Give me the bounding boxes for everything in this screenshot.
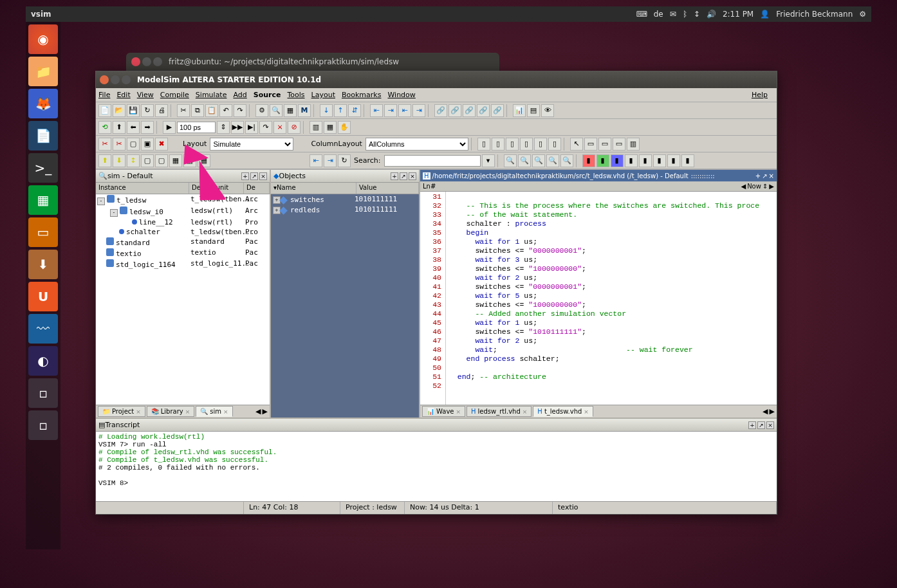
link-icon[interactable]: 🔗	[434, 104, 447, 117]
undock-icon[interactable]: ↗	[757, 421, 765, 429]
step-back-icon[interactable]: ⬅	[127, 121, 140, 134]
tree-row[interactable]: standardstandardPac	[96, 237, 270, 248]
col-de[interactable]: De	[244, 183, 270, 194]
tab-t-ledsw[interactable]: Ht_ledsw.vhd×	[533, 406, 593, 417]
clock[interactable]: 2:11 PM	[723, 10, 754, 19]
tab-project[interactable]: 📁Project×	[98, 406, 145, 417]
findall-icon[interactable]: ▦	[284, 104, 297, 117]
tab-library[interactable]: 📚Library×	[147, 406, 195, 417]
network-icon[interactable]: ↕	[694, 10, 700, 19]
impress-icon[interactable]: ▭	[28, 217, 58, 247]
tab-wave[interactable]: 📊Wave×	[422, 406, 465, 417]
tree-row[interactable]: -ledsw_i0ledsw(rtl)Arc	[96, 206, 270, 217]
t3-icon[interactable]: ↕	[127, 154, 140, 167]
nav-fwd-icon[interactable]: ▶	[769, 183, 774, 190]
menu-bookmarks[interactable]: Bookmarks	[342, 91, 381, 99]
l4-icon[interactable]: ▯	[520, 138, 533, 151]
restart-icon[interactable]: ⟲	[98, 121, 111, 134]
t2-icon[interactable]: ⬇	[113, 154, 125, 167]
misc1-icon[interactable]: ▥	[310, 121, 322, 134]
keyboard-icon[interactable]: ⌨	[636, 10, 647, 19]
code-area[interactable]: -- This is the process where the switche…	[446, 192, 777, 405]
step-fwd-icon[interactable]: ➡	[141, 121, 154, 134]
object-row[interactable]: +redleds1010111111	[271, 205, 419, 215]
now-stepper-icon[interactable]: ⇕	[763, 183, 768, 190]
bluetooth-icon[interactable]: ᛒ	[683, 10, 687, 19]
arrow-updown-icon[interactable]: ⇵	[348, 104, 361, 117]
gear-icon[interactable]: ⚙	[859, 10, 866, 19]
dock-icon[interactable]: +	[241, 172, 249, 180]
arrow-down-icon[interactable]: ↓	[320, 104, 333, 117]
w3-icon[interactable]: ▮	[611, 154, 624, 167]
firefox-icon[interactable]: 🦊	[28, 89, 58, 118]
w5-icon[interactable]: ▮	[639, 154, 652, 167]
l6-icon[interactable]: ▯	[548, 138, 561, 151]
zoom-r-icon[interactable]: 🔍	[560, 154, 573, 167]
tab-scroll-right-icon[interactable]: ▶	[263, 407, 268, 416]
cut3-icon[interactable]: ✂	[113, 138, 125, 151]
cursor-prev2-icon[interactable]: ⇤	[398, 104, 411, 117]
terminal-window-titlebar[interactable]: fritz@ubuntu: ~/projects/digitaltechnikp…	[126, 53, 499, 71]
modelsim-titlebar[interactable]: ModelSim ALTERA STARTER EDITION 10.1d	[96, 71, 777, 88]
step-up-icon[interactable]: ⬆	[113, 121, 125, 134]
reload-icon[interactable]: ↻	[141, 104, 154, 117]
menu-add[interactable]: Add	[233, 91, 246, 99]
open-icon[interactable]: 📂	[113, 104, 125, 117]
columnlayout-select[interactable]: AllColumns	[365, 138, 468, 151]
minimize-icon[interactable]	[111, 75, 120, 84]
tree-row[interactable]: line__12ledsw(rtl)Pro	[96, 217, 270, 227]
zoom-out-icon[interactable]: 🔍	[518, 154, 531, 167]
menu-compile[interactable]: Compile	[160, 91, 189, 99]
nav-fwd-icon[interactable]: ⇥	[324, 154, 337, 167]
w1-icon[interactable]: ▮	[582, 154, 595, 167]
print-icon[interactable]: 🖨	[155, 104, 168, 117]
cursor-prev-icon[interactable]: ⇤	[370, 104, 383, 117]
cursor-next2-icon[interactable]: ⇥	[412, 104, 425, 117]
dash-icon[interactable]: ◉	[28, 24, 58, 54]
misc2-icon[interactable]: ▦	[324, 121, 337, 134]
l2-icon[interactable]: ▯	[492, 138, 504, 151]
editor-header[interactable]: H /home/fritz/projects/digitaltechnikpra…	[420, 170, 777, 181]
link5-icon[interactable]: 🔗	[491, 104, 504, 117]
close-panel-icon[interactable]: ×	[259, 172, 267, 180]
doc-icon[interactable]: ▢	[127, 138, 140, 151]
menu-view[interactable]: View	[137, 91, 154, 99]
col-design[interactable]: Design unit	[189, 183, 244, 194]
sel4-icon[interactable]: ▥	[627, 138, 640, 151]
close-panel-icon[interactable]: ×	[769, 172, 774, 179]
sim-tree[interactable]: -t_ledswt_ledsw(tben...Arc -ledsw_i0leds…	[96, 194, 270, 405]
menu-window[interactable]: Window	[387, 91, 415, 99]
tab-scroll-right-icon[interactable]: ▶	[770, 407, 775, 416]
nav-back-icon[interactable]: ⇤	[310, 154, 322, 167]
calc-icon[interactable]: ▦	[28, 185, 58, 215]
arrow-up-icon[interactable]: ↑	[334, 104, 347, 117]
tab-scroll-left-icon[interactable]: ◀	[763, 407, 768, 416]
t7-icon[interactable]: ▦	[183, 154, 196, 167]
tree-row[interactable]: -t_ledswt_ledsw(tben...Arc	[96, 194, 270, 206]
tab-ledsw-rtl[interactable]: Hledsw_rtl.vhd×	[467, 406, 532, 417]
transcript-header[interactable]: ▤ Transcript + ↗ ×	[96, 419, 777, 432]
menu-layout[interactable]: Layout	[311, 91, 335, 99]
close-icon[interactable]	[131, 57, 140, 66]
cursor-next-icon[interactable]: ⇥	[384, 104, 397, 117]
tree-row[interactable]: textiotextioPac	[96, 248, 270, 259]
doc2-icon[interactable]: ▣	[141, 138, 154, 151]
tree-row[interactable]: schaltert_ledsw(tben...Pro	[96, 227, 270, 237]
col-value[interactable]: Value	[356, 183, 419, 194]
modelsim-icon[interactable]: M	[298, 104, 311, 117]
ptr-icon[interactable]: ↖	[570, 138, 583, 151]
cut2-icon[interactable]: ✂	[98, 138, 111, 151]
editor-body[interactable]: 3132333435363738394041424344454647484950…	[420, 192, 777, 405]
menu-file[interactable]: File	[98, 91, 110, 99]
watch-icon[interactable]: 👁	[541, 104, 554, 117]
transcript-body[interactable]: # Loading work.ledsw(rtl)VSIM 7> run -al…	[96, 432, 777, 501]
l3-icon[interactable]: ▯	[506, 138, 519, 151]
t1-icon[interactable]: ⬆	[98, 154, 111, 167]
sel2-icon[interactable]: ▭	[598, 138, 611, 151]
t5-icon[interactable]: ▢	[155, 154, 168, 167]
link3-icon[interactable]: 🔗	[463, 104, 476, 117]
runtime-field[interactable]	[177, 122, 216, 133]
copy-icon[interactable]: ⧉	[191, 104, 204, 117]
close-panel-icon[interactable]: ×	[409, 172, 416, 180]
dock-icon[interactable]: +	[755, 172, 761, 179]
